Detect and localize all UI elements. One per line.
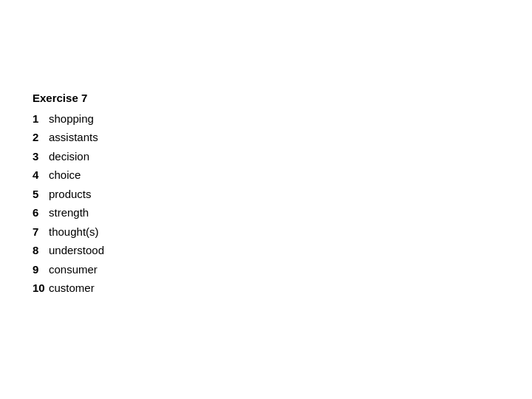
list-item: 9consumer xyxy=(33,260,532,279)
item-text: strength xyxy=(49,203,89,222)
exercise-title: Exercise 7 xyxy=(33,89,532,108)
item-text: understood xyxy=(49,241,104,260)
list-item: 8understood xyxy=(33,241,532,260)
item-number: 7 xyxy=(33,222,46,242)
items-list: 1shopping2assistants3decision4choice5pro… xyxy=(33,109,532,298)
list-item: 10customer xyxy=(33,279,532,298)
list-item: 1shopping xyxy=(33,109,532,129)
item-text: thought(s) xyxy=(49,222,99,242)
list-item: 5products xyxy=(33,185,532,204)
item-number: 3 xyxy=(33,147,46,166)
item-text: shopping xyxy=(49,109,94,129)
list-item: 2assistants xyxy=(33,128,532,147)
item-number: 1 xyxy=(33,109,46,129)
item-number: 6 xyxy=(33,203,46,222)
item-text: customer xyxy=(49,279,95,298)
item-number: 2 xyxy=(33,128,46,147)
item-text: choice xyxy=(49,166,81,185)
exercise-content: Exercise 7 1shopping2assistants3decision… xyxy=(0,0,532,298)
list-item: 4choice xyxy=(33,166,532,185)
list-item: 7thought(s) xyxy=(33,222,532,242)
item-text: assistants xyxy=(49,128,98,147)
item-number: 4 xyxy=(33,166,46,185)
item-number: 5 xyxy=(33,185,46,204)
item-text: decision xyxy=(49,147,89,166)
list-item: 6strength xyxy=(33,203,532,222)
item-number: 9 xyxy=(33,260,46,279)
list-item: 3decision xyxy=(33,147,532,166)
item-text: products xyxy=(49,185,92,204)
item-text: consumer xyxy=(49,260,98,279)
item-number: 8 xyxy=(33,241,46,260)
item-number: 10 xyxy=(33,279,46,298)
